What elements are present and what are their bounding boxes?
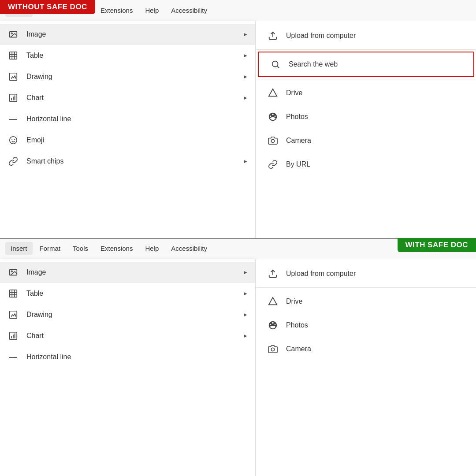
svg-point-19 [271,139,274,142]
menu-row-hline-top[interactable]: — Horizontal line [0,108,255,130]
left-menu-bottom: Image ► Table ► [0,259,256,476]
panel-with-safe-doc: WITH SAFE DOC Insert Format Tools Extens… [0,238,476,476]
emoji-icon-top [7,134,19,146]
image-icon-top [7,28,19,41]
drawing-icon-bottom [7,309,19,321]
svg-line-17 [277,66,279,68]
upload-icon-bottom [267,268,279,280]
drawing-label-bottom: Drawing [26,311,236,319]
table-arrow-bottom: ► [243,290,248,297]
byurl-item-top[interactable]: By URL [256,152,476,176]
svg-point-16 [272,61,278,67]
divider-1-bottom [256,287,476,288]
smartchips-icon-top [7,155,19,167]
menu-insert-bottom[interactable]: Insert [5,242,33,255]
svg-rect-11 [15,96,15,100]
menu-accessibility-top[interactable]: Accessibility [166,4,212,17]
menu-row-chart-bottom[interactable]: Chart ► [0,325,255,346]
menu-row-drawing-bottom[interactable]: Drawing ► [0,304,255,325]
menu-row-smartchips-top[interactable]: Smart chips ► [0,151,255,172]
hline-label-top: Horizontal line [26,115,248,123]
hline-icon-top: — [7,113,19,125]
menu-extensions-bottom[interactable]: Extensions [95,242,138,255]
chart-arrow-top: ► [243,95,248,101]
menu-row-emoji-top[interactable]: Emoji [0,130,255,151]
table-icon-top [7,49,19,62]
divider-2-top [256,79,476,79]
camera-icon-bottom [267,343,279,355]
image-label-top: Image [26,30,236,38]
camera-item-bottom[interactable]: Camera [256,337,476,361]
svg-point-14 [14,139,15,140]
svg-point-21 [11,271,12,272]
menu-extensions-top[interactable]: Extensions [95,4,138,17]
menu-format-bottom[interactable]: Format [34,242,66,255]
divider-1-top [256,49,476,50]
image-label-bottom: Image [26,268,236,276]
svg-rect-27 [10,311,17,319]
badge-without: WITHOUT SAFE DOC [0,0,95,14]
upload-computer-item-top[interactable]: Upload from computer [256,24,476,48]
chart-label-top: Chart [26,94,236,102]
smartchips-arrow-top: ► [243,158,248,164]
drawing-arrow-bottom: ► [243,312,248,318]
drawing-arrow-top: ► [243,74,248,80]
table-arrow-top: ► [243,52,248,59]
svg-point-1 [11,33,12,34]
menu-help-top[interactable]: Help [140,4,164,17]
menu-tools-bottom[interactable]: Tools [67,242,93,255]
menu-help-bottom[interactable]: Help [140,242,164,255]
svg-marker-18 [269,89,277,97]
chart-icon-bottom [7,330,19,342]
image-arrow-bottom: ► [243,269,248,275]
right-menu-bottom: Upload from computer Drive [256,259,476,476]
search-icon-top [269,58,282,71]
upload-computer-item-bottom[interactable]: Upload from computer [256,262,476,286]
hline-label-bottom: Horizontal line [26,353,248,361]
svg-point-34 [271,348,274,351]
url-icon-top [267,158,279,171]
svg-point-13 [11,139,12,140]
menu-row-image-top[interactable]: Image ► [0,24,255,45]
menu-row-image-bottom[interactable]: Image ► [0,262,255,283]
emoji-label-top: Emoji [26,136,248,144]
camera-icon-top [267,134,279,147]
search-web-label-top: Search the web [289,60,338,68]
drive-icon-top [267,87,279,99]
drive-icon-bottom [267,295,279,308]
svg-rect-22 [10,290,17,298]
dropdown-area-top: Image ► Table ► [0,21,476,238]
left-menu-top: Image ► Table ► [0,21,256,238]
drive-item-bottom[interactable]: Drive [256,290,476,313]
search-web-item-top[interactable]: Search the web [258,52,474,77]
drive-label-top: Drive [286,89,302,97]
menu-row-table-bottom[interactable]: Table ► [0,283,255,304]
svg-rect-31 [15,334,15,338]
upload-label-bottom: Upload from computer [286,270,356,278]
photos-icon-top [267,111,279,123]
menu-accessibility-bottom[interactable]: Accessibility [166,242,212,255]
svg-rect-29 [11,336,12,338]
drive-item-top[interactable]: Drive [256,81,476,105]
table-icon-bottom [7,287,19,300]
hline-icon-bottom: — [7,351,19,363]
menu-row-chart-top[interactable]: Chart ► [0,87,255,108]
upload-label-top: Upload from computer [286,32,356,40]
menu-row-table-top[interactable]: Table ► [0,45,255,66]
camera-item-top[interactable]: Camera [256,129,476,152]
svg-marker-33 [269,298,277,305]
svg-rect-9 [11,98,12,100]
svg-rect-2 [10,52,17,60]
smartchips-label-top: Smart chips [26,157,236,165]
chart-icon-top [7,92,19,104]
chart-label-bottom: Chart [26,332,236,340]
svg-point-12 [10,137,17,144]
menu-row-drawing-top[interactable]: Drawing ► [0,66,255,87]
camera-label-bottom: Camera [286,345,311,353]
menu-row-hline-bottom[interactable]: — Horizontal line [0,346,255,368]
photos-icon-bottom [267,319,279,331]
photos-item-top[interactable]: Photos [256,105,476,129]
right-menu-top: Upload from computer Search the web [256,21,476,238]
svg-rect-30 [13,335,14,338]
photos-item-bottom[interactable]: Photos [256,313,476,337]
